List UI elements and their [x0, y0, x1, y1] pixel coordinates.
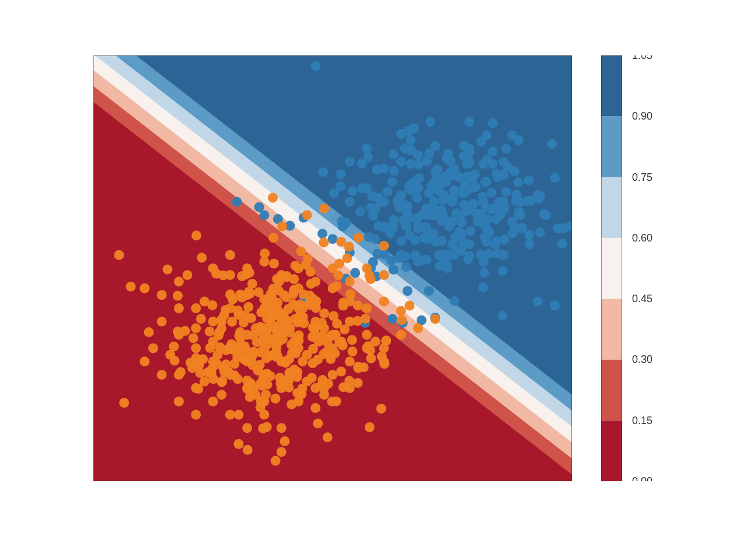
svg-point-688	[306, 279, 316, 289]
svg-point-403	[379, 297, 389, 307]
svg-point-287	[357, 183, 367, 193]
svg-point-519	[327, 397, 337, 407]
svg-point-94	[497, 310, 507, 320]
svg-point-272	[457, 218, 467, 228]
svg-point-670	[308, 358, 317, 368]
svg-point-72	[388, 314, 397, 324]
svg-point-26	[345, 157, 355, 167]
svg-point-613	[271, 456, 281, 466]
svg-point-144	[403, 286, 413, 296]
svg-point-439	[319, 237, 329, 247]
svg-point-145	[488, 159, 498, 169]
svg-point-298	[350, 268, 360, 278]
svg-point-310	[174, 276, 184, 286]
svg-point-173	[367, 191, 377, 201]
colorbar	[601, 55, 622, 481]
svg-point-211	[410, 251, 420, 261]
svg-rect-734	[601, 55, 622, 116]
svg-point-195	[348, 186, 358, 196]
svg-point-224	[492, 236, 502, 246]
svg-point-263	[432, 164, 442, 174]
svg-point-660	[314, 337, 324, 346]
svg-point-151	[389, 166, 399, 176]
svg-rect-732	[601, 177, 622, 238]
svg-point-606	[319, 383, 329, 393]
svg-point-323	[396, 330, 406, 340]
svg-point-193	[553, 223, 563, 233]
svg-point-658	[256, 322, 266, 332]
svg-point-309	[157, 290, 167, 300]
svg-point-675	[126, 282, 136, 292]
svg-point-132	[363, 152, 373, 162]
svg-point-682	[308, 323, 318, 332]
svg-point-571	[256, 307, 266, 317]
svg-text:0.90: 0.90	[632, 110, 652, 122]
svg-point-692	[224, 367, 233, 377]
svg-point-540	[249, 330, 259, 340]
plot-svg: −15−10−505 −10−5051015	[93, 55, 572, 481]
svg-point-569	[379, 359, 389, 369]
svg-point-357	[233, 439, 243, 449]
svg-rect-733	[601, 116, 622, 177]
svg-point-684	[262, 422, 272, 432]
svg-text:1.05: 1.05	[632, 55, 652, 61]
svg-point-664	[212, 350, 222, 360]
svg-point-412	[217, 390, 226, 400]
svg-point-703	[197, 253, 207, 262]
svg-point-217	[401, 262, 411, 272]
svg-point-624	[247, 356, 257, 366]
svg-point-588	[307, 373, 317, 383]
svg-point-687	[205, 327, 215, 337]
svg-point-543	[338, 341, 348, 351]
svg-point-306	[114, 250, 124, 260]
svg-point-705	[359, 362, 369, 372]
svg-point-559	[235, 333, 245, 343]
svg-point-253	[393, 197, 403, 206]
svg-point-191	[406, 159, 416, 169]
svg-point-125	[513, 177, 523, 187]
svg-point-235	[484, 249, 494, 259]
svg-point-367	[379, 241, 389, 251]
svg-point-207	[478, 218, 488, 228]
svg-point-311	[191, 303, 201, 313]
svg-point-289	[329, 188, 339, 198]
svg-point-262	[454, 172, 464, 182]
svg-text:0.00: 0.00	[632, 475, 652, 481]
svg-point-363	[302, 210, 312, 220]
svg-point-296	[364, 232, 374, 242]
svg-point-672	[262, 369, 272, 379]
svg-point-278	[500, 203, 509, 213]
svg-point-632	[258, 335, 268, 345]
svg-point-534	[189, 333, 198, 343]
svg-point-51	[481, 130, 491, 140]
svg-rect-730	[601, 299, 622, 359]
svg-point-648	[295, 312, 305, 321]
svg-point-674	[290, 261, 300, 271]
svg-point-8	[310, 61, 320, 71]
svg-point-501	[173, 327, 183, 337]
svg-point-155	[498, 266, 508, 276]
svg-point-568	[338, 301, 348, 311]
svg-point-605	[326, 331, 336, 341]
colorbar-labels: 0.000.150.300.450.600.750.901.05	[627, 55, 680, 481]
svg-point-393	[148, 343, 158, 353]
svg-point-170	[403, 126, 413, 136]
svg-point-292	[389, 265, 399, 275]
svg-point-299	[501, 187, 511, 197]
svg-point-693	[292, 388, 302, 398]
svg-point-264	[480, 232, 490, 242]
svg-point-321	[362, 330, 372, 340]
svg-point-619	[144, 327, 154, 337]
svg-point-353	[191, 410, 201, 419]
svg-point-55	[345, 197, 355, 206]
svg-point-623	[266, 351, 276, 360]
svg-point-551	[361, 314, 371, 324]
svg-point-288	[451, 208, 461, 218]
svg-point-662	[291, 332, 301, 342]
svg-point-25	[362, 144, 372, 153]
svg-point-406	[183, 270, 193, 280]
svg-point-366	[353, 233, 363, 243]
svg-point-157	[524, 176, 534, 186]
svg-point-636	[338, 382, 348, 392]
svg-point-236	[434, 251, 444, 261]
